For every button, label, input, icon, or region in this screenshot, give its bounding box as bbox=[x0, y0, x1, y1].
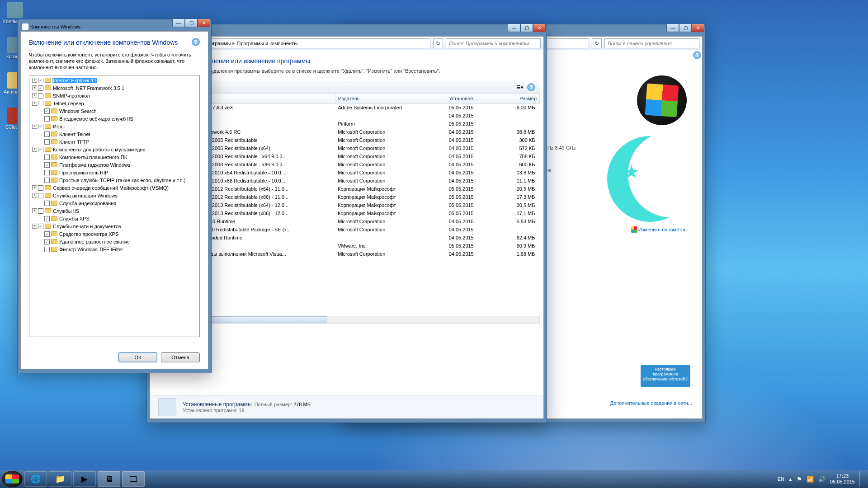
checkbox[interactable] bbox=[38, 124, 43, 129]
checkbox[interactable] bbox=[44, 139, 50, 145]
checkbox[interactable] bbox=[38, 93, 43, 99]
tree-item[interactable]: Простые службы TCPIP (такие как echo, da… bbox=[29, 176, 199, 184]
table-row[interactable]: Microsoft Visual C++ 2005 Redistributabl… bbox=[154, 144, 540, 152]
expand-icon[interactable]: + bbox=[32, 101, 37, 106]
maximize-button[interactable]: ▢ bbox=[679, 24, 692, 32]
help-icon[interactable]: ? bbox=[693, 51, 701, 59]
checkbox[interactable] bbox=[44, 247, 50, 252]
tree-item[interactable]: Удаленное разностное сжатие bbox=[29, 238, 199, 245]
view-menu-icon[interactable]: ☰▾ bbox=[516, 84, 524, 90]
tree-item[interactable]: Внедряемое веб-ядро служб IIS bbox=[29, 115, 199, 122]
taskbar-app-1[interactable]: 🖥 bbox=[98, 471, 120, 487]
horizontal-scrollbar[interactable] bbox=[154, 316, 540, 324]
maximize-button[interactable]: ▢ bbox=[185, 19, 198, 27]
expand-icon[interactable]: + bbox=[32, 208, 37, 213]
table-row[interactable]: Microsoft .NET Framework 4.6 RCMicrosoft… bbox=[154, 128, 540, 136]
expand-icon[interactable]: + bbox=[32, 93, 37, 98]
checkbox[interactable] bbox=[44, 201, 50, 206]
expand-icon[interactable]: + bbox=[32, 185, 37, 190]
show-desktop-button[interactable] bbox=[859, 471, 863, 487]
help-icon[interactable]: ? bbox=[192, 38, 200, 46]
table-row[interactable]: VMware ToolsVMware, Inc.05.05.201560,9 М… bbox=[154, 242, 540, 250]
tree-item[interactable]: Средство просмотра XPS bbox=[29, 230, 199, 238]
table-row[interactable]: Microsoft Visual C++ 2005 Redistributabl… bbox=[154, 136, 540, 144]
network-icon[interactable]: 📶 bbox=[807, 476, 814, 483]
tree-item[interactable]: Фильтр Windows TIFF IFilter bbox=[29, 245, 199, 253]
ok-button[interactable]: ОК bbox=[118, 352, 157, 362]
tree-item[interactable]: Службы XPS bbox=[29, 215, 199, 222]
tree-item[interactable]: +SNMP-протокол bbox=[29, 92, 199, 99]
tree-item[interactable]: +Сервер очереди сообщений Майкрософт (MS… bbox=[29, 184, 199, 192]
more-info-link[interactable]: Дополнительные сведения в сети... bbox=[610, 400, 693, 406]
tree-item[interactable]: Служба индексирования bbox=[29, 199, 199, 207]
table-row[interactable]: Visual Basic 6.0 Extended Runtime04.05.2… bbox=[154, 234, 540, 242]
language-indicator[interactable]: EN bbox=[778, 476, 784, 482]
table-row[interactable]: Microsoft Visual F# 2.0 RuntimeMicrosoft… bbox=[154, 217, 540, 225]
start-button[interactable] bbox=[2, 471, 23, 487]
clock[interactable]: 17:23 05.05.2015 bbox=[830, 473, 855, 485]
checkbox[interactable] bbox=[38, 85, 43, 91]
checkbox[interactable] bbox=[44, 131, 50, 137]
checkbox[interactable] bbox=[44, 170, 50, 175]
tree-item[interactable]: +Microsoft .NET Framework 3.5.1 bbox=[29, 84, 199, 92]
flag-icon[interactable]: ⚑ bbox=[797, 476, 802, 483]
minimize-button[interactable]: — bbox=[666, 24, 679, 32]
table-row[interactable]: Microsoft Visual C++ 2010 x86 Redistribu… bbox=[154, 177, 540, 185]
table-row[interactable]: Microsoft Visual C++ 2012 Redistributabl… bbox=[154, 185, 540, 193]
table-row[interactable]: Microsoft Visual C++ 2010 x64 Redistribu… bbox=[154, 169, 540, 177]
tree-item[interactable]: +Telnet-сервер bbox=[29, 99, 199, 107]
table-row[interactable]: Microsoft Visual C++ 2013 Redistributabl… bbox=[154, 209, 540, 217]
table-row[interactable]: Языковой пакет среды выполнения Microsof… bbox=[154, 250, 540, 258]
maximize-button[interactable]: ▢ bbox=[520, 24, 533, 32]
checkbox[interactable] bbox=[38, 208, 43, 214]
tree-item[interactable]: Клиент Telnet bbox=[29, 130, 199, 138]
cancel-button[interactable]: Отмена bbox=[161, 352, 200, 362]
taskbar-app-2[interactable]: 🗔 bbox=[122, 471, 145, 487]
tree-item[interactable]: +Игры bbox=[29, 122, 199, 130]
checkbox[interactable] bbox=[44, 108, 50, 114]
checkbox[interactable] bbox=[38, 147, 43, 152]
taskbar-explorer[interactable]: 📁 bbox=[49, 471, 71, 487]
checkbox[interactable] bbox=[44, 216, 50, 221]
tree-item[interactable]: Платформа гаджетов Windows bbox=[29, 161, 199, 169]
col-size[interactable]: Размер bbox=[493, 94, 539, 103]
volume-icon[interactable]: 🔊 bbox=[818, 476, 826, 483]
table-row[interactable]: CCleanerPiriform05.05.2015 bbox=[154, 120, 540, 128]
table-row[interactable]: Microsoft Visual C++ 2012 Redistributabl… bbox=[154, 193, 540, 201]
checkbox[interactable] bbox=[44, 162, 50, 168]
search-input[interactable] bbox=[604, 38, 699, 48]
checkbox[interactable] bbox=[38, 193, 43, 198]
taskbar-media[interactable]: ▶ bbox=[73, 471, 96, 487]
expand-icon[interactable]: + bbox=[32, 224, 37, 229]
tree-item[interactable]: +Службы печати и документов bbox=[29, 222, 199, 230]
tree-item[interactable]: +Internet Explorer 11 bbox=[29, 76, 199, 84]
checkbox[interactable] bbox=[44, 239, 50, 244]
expand-icon[interactable]: + bbox=[32, 85, 37, 90]
table-row[interactable]: Microsoft Visual C++ 2013 Redistributabl… bbox=[154, 201, 540, 209]
tree-item[interactable]: +Служба активации Windows bbox=[29, 192, 199, 199]
refresh-button[interactable]: ↻ bbox=[433, 38, 443, 48]
show-hidden-icon[interactable]: ▴ bbox=[789, 476, 792, 483]
checkbox[interactable] bbox=[44, 155, 50, 160]
tree-item[interactable]: Компоненты планшетного ПК bbox=[29, 153, 199, 161]
expand-icon[interactable]: + bbox=[32, 147, 37, 152]
tree-item[interactable]: +Компоненты для работы с мультимедиа bbox=[29, 145, 199, 153]
tree-item[interactable]: +Службы IIS bbox=[29, 207, 199, 215]
minimize-button[interactable]: — bbox=[508, 24, 520, 32]
close-button[interactable]: ✕ bbox=[533, 24, 546, 32]
table-row[interactable]: Adobe Flash Player 17 ActiveXAdobe Syste… bbox=[154, 103, 540, 112]
table-row[interactable]: Microsoft Visual J# 2.0 Redistributable … bbox=[154, 225, 540, 234]
taskbar-ie[interactable]: 🌐 bbox=[24, 471, 47, 487]
checkbox[interactable] bbox=[44, 231, 50, 237]
minimize-button[interactable]: — bbox=[172, 19, 185, 27]
col-installed[interactable]: Установле... bbox=[446, 94, 493, 103]
checkbox[interactable] bbox=[38, 185, 43, 191]
table-row[interactable]: Microsoft Visual C++ 2008 Redistributabl… bbox=[154, 152, 540, 160]
col-publisher[interactable]: Издатель bbox=[335, 94, 446, 103]
expand-icon[interactable]: + bbox=[32, 193, 37, 198]
checkbox[interactable] bbox=[38, 101, 43, 106]
refresh-button[interactable]: ↻ bbox=[592, 38, 602, 48]
checkbox[interactable] bbox=[44, 178, 50, 183]
checkbox[interactable] bbox=[38, 224, 43, 229]
table-row[interactable]: Aion_0604.05.2015 bbox=[154, 112, 540, 120]
